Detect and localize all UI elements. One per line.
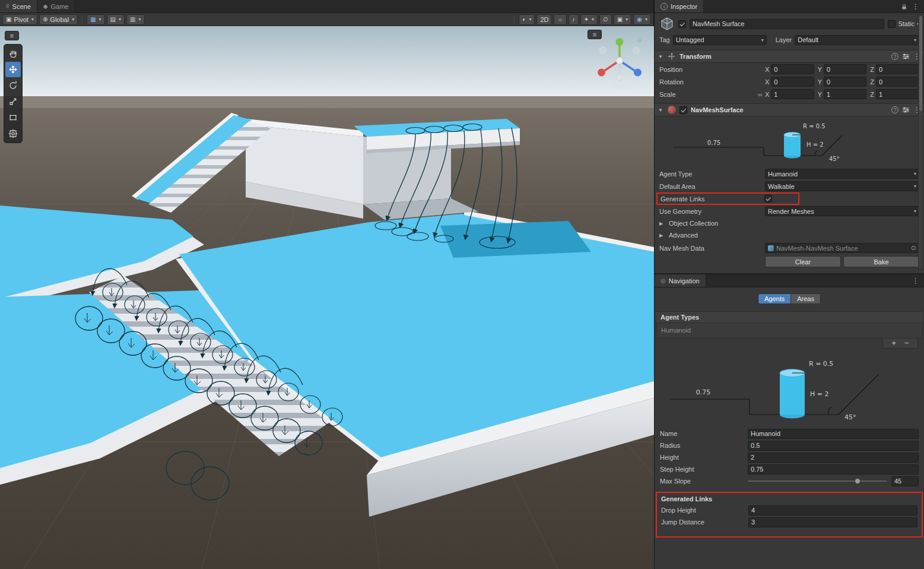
- clear-button[interactable]: Clear: [765, 256, 841, 267]
- snap-toggle-dropdown[interactable]: ▤ ▾: [107, 14, 125, 25]
- tab-areas[interactable]: Areas: [790, 293, 821, 304]
- transform-tool-button[interactable]: [5, 126, 21, 141]
- agent-preview-diagram: 0.75 R = 0.5 H = 2 45°: [661, 353, 918, 425]
- hidden-eye-icon: ∅: [603, 16, 608, 23]
- pivot-dropdown[interactable]: ▣ Pivot ▾: [2, 14, 37, 25]
- gameobject-active-checkbox[interactable]: [678, 20, 686, 28]
- use-geometry-dropdown[interactable]: Render Meshes ▾: [765, 206, 919, 216]
- add-agent-button[interactable]: +: [891, 339, 896, 347]
- name-field[interactable]: Humanoid: [748, 429, 919, 439]
- position-y-field[interactable]: 0: [824, 64, 866, 74]
- global-dropdown[interactable]: ⊕ Global ▾: [39, 14, 78, 25]
- tab-scene[interactable]: # Scene: [0, 0, 37, 12]
- help-icon[interactable]: ?: [891, 53, 898, 60]
- foldout-icon[interactable]: ▼: [658, 54, 664, 59]
- constrain-proportions-icon[interactable]: ∞: [755, 91, 765, 98]
- foldout-icon[interactable]: ▼: [658, 108, 664, 113]
- gizmo-z-axis[interactable]: [634, 69, 642, 77]
- perspective-toggle[interactable]: ‹ Persp: [593, 83, 647, 90]
- scrollbar-thumb[interactable]: [919, 16, 922, 111]
- rotate-tool-button[interactable]: [5, 78, 21, 93]
- drop-height-field[interactable]: 4: [748, 505, 917, 516]
- audio-toggle[interactable]: ♪: [569, 14, 579, 25]
- tab-agents[interactable]: Agents: [758, 293, 790, 304]
- gameobject-name-field[interactable]: NavMesh Surface: [690, 19, 884, 29]
- move-tool-button[interactable]: [5, 62, 21, 77]
- preset-icon[interactable]: [902, 53, 910, 60]
- agent-type-dropdown[interactable]: Humanoid ▾: [765, 169, 919, 179]
- effects-dropdown[interactable]: ✦ ▾: [580, 14, 598, 25]
- height-field[interactable]: 2: [748, 453, 919, 463]
- scale-x-field[interactable]: 1: [771, 89, 814, 99]
- radius-field[interactable]: 0.5: [748, 441, 919, 451]
- nav-mesh-data-field[interactable]: NavMesh-NavMesh Surface ⊙: [765, 243, 919, 253]
- gizmo-y-axis[interactable]: [616, 38, 624, 46]
- gizmo-neg-z-axis[interactable]: [600, 48, 607, 54]
- tab-inspector[interactable]: i Inspector: [655, 0, 704, 12]
- grid-size-dropdown[interactable]: ▥ ▾: [126, 14, 144, 25]
- lock-icon[interactable]: [901, 3, 907, 10]
- transform-header[interactable]: ▼ Transform ? ⋮: [655, 50, 924, 63]
- scale-tool-button[interactable]: [5, 94, 21, 109]
- rotation-y-field[interactable]: 0: [824, 77, 866, 87]
- grid-visibility-dropdown[interactable]: ▦ ▾: [87, 14, 104, 25]
- advanced-foldout[interactable]: ▶ Advanced: [655, 229, 924, 241]
- jump-distance-field[interactable]: 3: [748, 517, 917, 527]
- scene-visibility-toggle[interactable]: ∅: [599, 14, 612, 25]
- tab-game[interactable]: ◆ Game: [37, 0, 75, 12]
- gizmo-neg-x-axis[interactable]: [633, 48, 640, 54]
- max-slope-slider[interactable]: [748, 476, 887, 486]
- static-checkbox[interactable]: [888, 20, 896, 28]
- gizmos-dropdown[interactable]: ◉ ▾: [633, 14, 651, 25]
- advanced-label: Advanced: [669, 232, 698, 239]
- scale-z-field[interactable]: 1: [876, 89, 919, 99]
- layer-dropdown[interactable]: Default ▾: [795, 35, 919, 45]
- 2d-toggle[interactable]: 2D: [536, 14, 552, 25]
- axis-x-label: X: [765, 78, 769, 86]
- slider-handle[interactable]: [855, 478, 861, 484]
- position-x-field[interactable]: 0: [771, 64, 814, 74]
- navmeshsurface-header[interactable]: ▼ NavMeshSurface ? ⋮: [655, 103, 924, 116]
- help-icon[interactable]: ?: [891, 106, 898, 113]
- camera-dropdown[interactable]: ▣ ▾: [614, 14, 631, 25]
- scale-y-field[interactable]: 1: [824, 89, 866, 99]
- default-area-dropdown[interactable]: Walkable ▾: [765, 181, 919, 191]
- scale-label: Scale: [659, 91, 765, 98]
- position-z-field[interactable]: 0: [876, 64, 919, 74]
- max-slope-label: Max Slope: [660, 478, 748, 485]
- gizmo-neg-y-axis[interactable]: [617, 74, 623, 81]
- bake-button[interactable]: Bake: [843, 256, 919, 267]
- gizmo-x-axis[interactable]: [598, 69, 605, 77]
- max-slope-field[interactable]: 45: [891, 476, 919, 486]
- axis-x-label: X: [765, 91, 769, 98]
- rotation-x-field[interactable]: 0: [771, 77, 814, 87]
- hand-icon: [8, 49, 18, 58]
- snap-icon: ▤: [110, 16, 116, 23]
- agent-types-list-footer: + −: [656, 339, 923, 350]
- navmeshsurface-enabled-checkbox[interactable]: [679, 106, 687, 114]
- height-label: Height: [660, 454, 748, 461]
- hand-tool-button[interactable]: [5, 46, 21, 61]
- list-item[interactable]: Humanoid: [656, 323, 922, 337]
- draw-mode-dropdown[interactable]: ◐ ▾: [519, 14, 535, 25]
- lighting-toggle[interactable]: ☼: [554, 14, 566, 25]
- slider-track[interactable]: [748, 481, 887, 482]
- gizmo-center-cube[interactable]: [616, 57, 623, 64]
- tag-dropdown[interactable]: Untagged ▾: [673, 35, 767, 45]
- object-picker-icon[interactable]: ⊙: [911, 244, 916, 252]
- inspector-menu-icon[interactable]: ⋮: [912, 2, 919, 11]
- generate-links-checkbox[interactable]: [764, 195, 772, 203]
- tag-layer-bar: Tag Untagged ▾ Layer Default ▾: [655, 33, 924, 46]
- scene-viewport[interactable]: ≡: [0, 26, 654, 569]
- tab-navigation[interactable]: ◎ Navigation: [655, 274, 706, 287]
- inspector-scrollbar[interactable]: [918, 14, 923, 270]
- rotation-z-field[interactable]: 0: [876, 77, 919, 87]
- navigation-menu-icon[interactable]: ⋮: [912, 277, 919, 285]
- scene-orientation-gizmo[interactable]: [592, 34, 647, 84]
- remove-agent-button[interactable]: −: [904, 339, 909, 347]
- preset-icon[interactable]: [902, 106, 910, 113]
- step-height-field[interactable]: 0.75: [748, 464, 919, 475]
- object-collection-foldout[interactable]: ▶ Object Collection: [655, 217, 924, 229]
- view-options-menu[interactable]: ≡: [5, 31, 19, 40]
- rect-tool-button[interactable]: [5, 110, 21, 125]
